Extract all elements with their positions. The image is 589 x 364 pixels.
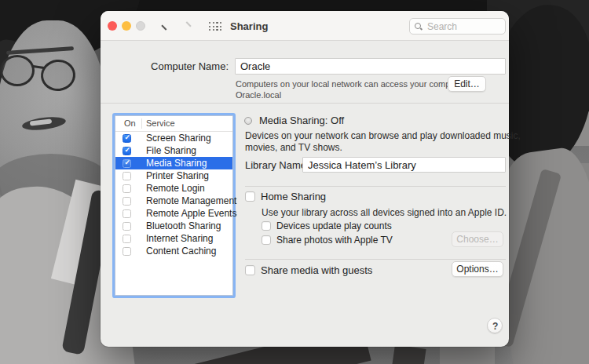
search-input[interactable] [426, 20, 500, 33]
bg-bottom-shape [390, 344, 426, 364]
service-row-remote-management[interactable]: Remote Management [115, 195, 232, 207]
play-counts-checkbox-row[interactable]: Devices update play counts [262, 220, 392, 231]
service-checkbox[interactable] [123, 134, 131, 143]
minimize-button[interactable] [122, 21, 131, 31]
play-counts-checkbox[interactable] [262, 221, 271, 231]
service-row-media-sharing[interactable]: Media Sharing [115, 157, 232, 169]
traffic-lights [108, 21, 145, 31]
computer-name-caption-line1: Computers on your local network can acce… [236, 78, 477, 89]
share-photos-label: Share photos with Apple TV [276, 235, 393, 246]
show-all-grid-icon[interactable] [209, 22, 222, 31]
service-row-remote-login[interactable]: Remote Login [115, 182, 232, 195]
computer-name-input[interactable] [235, 58, 506, 75]
service-label: Remote Login [146, 183, 205, 194]
library-name-label: Library Name: [245, 159, 309, 171]
search-field[interactable] [409, 18, 506, 35]
back-button[interactable] [160, 23, 170, 32]
service-row-content-caching[interactable]: Content Caching [115, 245, 232, 257]
service-label: Internet Sharing [146, 233, 213, 244]
help-button[interactable]: ? [487, 318, 503, 333]
column-header-service[interactable]: Service [146, 118, 175, 128]
status-off-indicator-icon [244, 117, 252, 125]
service-row-file-sharing[interactable]: File Sharing [115, 144, 232, 157]
service-label: Content Caching [146, 246, 216, 257]
play-counts-label: Devices update play counts [276, 220, 392, 231]
service-label: Printer Sharing [146, 170, 209, 181]
options-button[interactable]: Options… [452, 261, 503, 277]
forward-button-disabled [184, 23, 193, 32]
home-sharing-caption: Use your library across all devices sign… [262, 207, 507, 218]
search-icon [415, 23, 423, 31]
media-sharing-description: Devices on your network can browse and p… [245, 130, 525, 154]
service-checkbox[interactable] [123, 209, 131, 218]
section-divider [101, 103, 509, 104]
status-label: Media Sharing: Off [259, 115, 344, 126]
bg-bottom-shape [440, 345, 495, 364]
service-checkbox[interactable] [123, 147, 131, 155]
bg-glasses-left-lens [0, 55, 35, 86]
service-label: File Sharing [146, 145, 196, 156]
service-checkbox[interactable] [123, 235, 131, 243]
service-checkbox[interactable] [123, 159, 131, 168]
service-label: Media Sharing [146, 158, 207, 169]
service-label: Screen Sharing [146, 133, 211, 144]
library-name-input[interactable] [302, 157, 506, 173]
computer-name-label: Computer Name: [101, 60, 229, 72]
edit-button[interactable]: Edit… [448, 76, 486, 92]
service-row-bluetooth-sharing[interactable]: Bluetooth Sharing [115, 220, 232, 232]
home-sharing-checkbox[interactable] [245, 191, 255, 202]
services-list[interactable]: On Service Screen Sharing File Sharing M… [115, 115, 233, 296]
chevron-left-icon [161, 21, 170, 30]
screen: Sharing Computer Name: Computers on your… [0, 0, 589, 364]
detail-divider [245, 259, 506, 260]
media-sharing-status: Media Sharing: Off [244, 115, 344, 126]
choose-button-disabled: Choose… [452, 231, 503, 247]
window-content: Computer Name: Computers on your local n… [101, 42, 509, 347]
service-checkbox[interactable] [123, 247, 131, 256]
titlebar[interactable]: Sharing [101, 11, 509, 41]
service-checkbox[interactable] [123, 184, 131, 193]
service-checkbox[interactable] [123, 222, 131, 231]
service-row-internet-sharing[interactable]: Internet Sharing [115, 232, 232, 245]
home-sharing-label: Home Sharing [261, 191, 326, 202]
service-label: Remote Management [146, 195, 236, 206]
computer-name-caption-line2: Oracle.local [236, 89, 281, 100]
service-checkbox[interactable] [123, 197, 131, 206]
chevron-right-icon [182, 21, 191, 30]
column-separator [141, 118, 142, 129]
services-list-header[interactable]: On Service [115, 116, 232, 132]
share-with-guests-checkbox-row[interactable]: Share media with guests [245, 264, 372, 276]
share-with-guests-label: Share media with guests [261, 264, 372, 276]
window-title: Sharing [230, 20, 268, 32]
zoom-button-disabled [136, 21, 145, 31]
service-row-remote-apple-events[interactable]: Remote Apple Events [115, 207, 232, 220]
service-checkbox[interactable] [123, 172, 131, 180]
service-row-printer-sharing[interactable]: Printer Sharing [115, 169, 232, 182]
sharing-preferences-window: Sharing Computer Name: Computers on your… [101, 11, 509, 347]
service-label: Remote Apple Events [146, 208, 236, 219]
service-row-screen-sharing[interactable]: Screen Sharing [115, 132, 232, 144]
detail-divider [245, 186, 506, 187]
share-photos-checkbox[interactable] [262, 235, 271, 245]
home-sharing-checkbox-row[interactable]: Home Sharing [245, 191, 326, 202]
column-header-on[interactable]: On [124, 118, 136, 128]
share-with-guests-checkbox[interactable] [245, 265, 255, 275]
share-photos-checkbox-row[interactable]: Share photos with Apple TV [262, 235, 393, 246]
service-label: Bluetooth Sharing [146, 220, 221, 231]
close-button[interactable] [108, 21, 117, 31]
